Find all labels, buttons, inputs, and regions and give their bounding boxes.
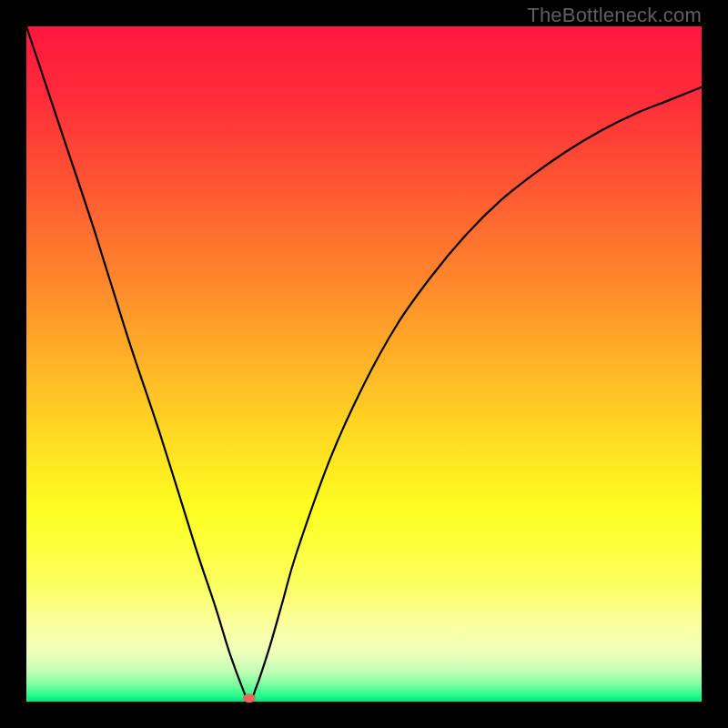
optimal-point-marker	[243, 693, 256, 703]
chart-frame: TheBottleneck.com	[0, 0, 728, 728]
plot-background	[26, 26, 702, 702]
bottleneck-chart	[0, 0, 728, 728]
